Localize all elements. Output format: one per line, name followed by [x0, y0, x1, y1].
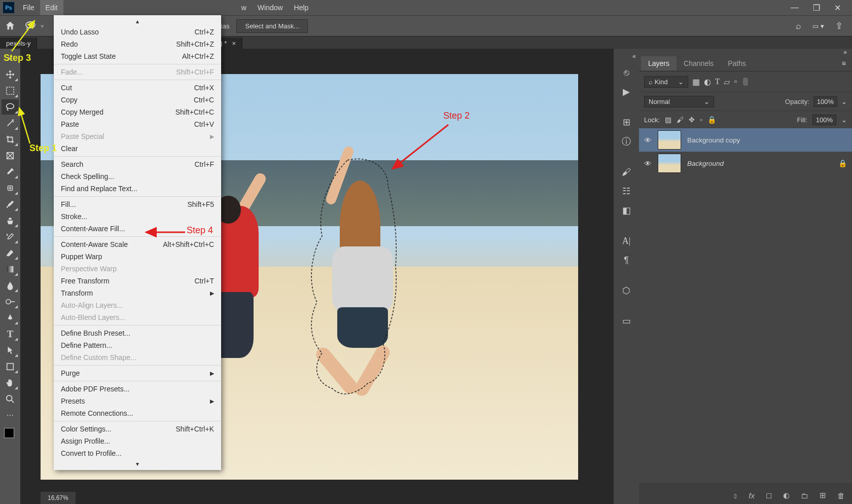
- menu-truncated[interactable]: w: [236, 0, 252, 15]
- shape-tool[interactable]: [2, 359, 19, 374]
- document-tab[interactable]: pexels-y: [0, 38, 37, 49]
- lock-trans-icon[interactable]: ▨: [665, 116, 671, 124]
- marquee-tool[interactable]: [2, 83, 19, 98]
- path-select-tool[interactable]: [2, 343, 19, 358]
- menu-item[interactable]: Remote Connections...: [54, 407, 221, 419]
- menu-item[interactable]: Assign Profile...: [54, 435, 221, 447]
- dock-styles-icon[interactable]: ◧: [619, 203, 634, 218]
- lock-all-icon[interactable]: 🔒: [707, 116, 716, 124]
- fill-input[interactable]: 100%: [812, 115, 836, 125]
- share-icon[interactable]: ⇪: [835, 20, 843, 31]
- menu-item[interactable]: Free TransformCtrl+T: [54, 275, 221, 287]
- menu-item[interactable]: Presets▶: [54, 395, 221, 407]
- visibility-icon[interactable]: 👁: [644, 136, 652, 145]
- tab-layers[interactable]: Layers: [641, 56, 677, 70]
- dock-adjust-icon[interactable]: ☷: [619, 184, 634, 199]
- menu-item[interactable]: Color Settings...Shift+Ctrl+K: [54, 423, 221, 435]
- fx-icon[interactable]: fx: [749, 491, 755, 500]
- menu-item[interactable]: Toggle Last StateAlt+Ctrl+Z: [54, 50, 221, 62]
- dock-3d-icon[interactable]: ⬡: [619, 283, 634, 298]
- tool-preset[interactable]: [20, 21, 41, 31]
- menu-item[interactable]: Define Pattern...: [54, 339, 221, 351]
- dock-swatch-icon[interactable]: ▭: [619, 313, 634, 329]
- menu-help[interactable]: Help: [289, 0, 314, 15]
- menu-file[interactable]: File: [17, 0, 40, 15]
- dock-libraries-icon[interactable]: ⊞: [619, 115, 634, 130]
- menu-item[interactable]: Content-Aware ScaleAlt+Shift+Ctrl+C: [54, 238, 221, 250]
- blend-mode-select[interactable]: Normal⌄: [644, 96, 714, 107]
- menu-edit[interactable]: Edit: [40, 0, 63, 15]
- menu-item[interactable]: Fill...Shift+F5: [54, 198, 221, 210]
- menu-item[interactable]: CopyCtrl+C: [54, 94, 221, 106]
- dock-brush-icon[interactable]: 🖌: [619, 164, 634, 179]
- move-tool[interactable]: [2, 67, 19, 82]
- dodge-tool[interactable]: [2, 294, 19, 309]
- menu-item[interactable]: PasteCtrl+V: [54, 118, 221, 130]
- collapse-toolbar[interactable]: »: [2, 51, 19, 66]
- gradient-tool[interactable]: [2, 262, 19, 277]
- menu-item[interactable]: CutCtrl+X: [54, 82, 221, 94]
- window-close[interactable]: ✕: [834, 3, 841, 13]
- menu-item[interactable]: Undo LassoCtrl+Z: [54, 26, 221, 38]
- menu-scroll[interactable]: ▴: [54, 17, 221, 26]
- filter-adjust-icon[interactable]: ◐: [704, 77, 711, 87]
- crop-tool[interactable]: [2, 132, 19, 147]
- magic-wand-tool[interactable]: [2, 116, 19, 131]
- filter-kind-select[interactable]: ⌕ Kind⌄: [644, 76, 688, 88]
- dock-play-icon[interactable]: ▶: [619, 84, 634, 99]
- menu-item[interactable]: Clear: [54, 142, 221, 155]
- lasso-tool[interactable]: [2, 99, 19, 115]
- edit-toolbar[interactable]: ⋯: [2, 408, 19, 423]
- panel-menu-icon[interactable]: ≡: [842, 59, 852, 67]
- menu-scroll[interactable]: ▾: [54, 459, 221, 469]
- menu-item[interactable]: Define Brush Preset...: [54, 327, 221, 339]
- window-maximize[interactable]: ❐: [813, 3, 820, 13]
- layer-thumbnail[interactable]: [658, 130, 681, 150]
- menu-item[interactable]: Stroke...: [54, 210, 221, 223]
- new-layer-icon[interactable]: ⊞: [820, 491, 826, 500]
- select-and-mask-button[interactable]: Select and Mask...: [236, 19, 308, 33]
- adjustment-icon[interactable]: ◐: [783, 491, 790, 500]
- window-minimize[interactable]: —: [791, 3, 799, 13]
- group-icon[interactable]: 🗀: [801, 491, 808, 500]
- layer-row[interactable]: 👁 Background 🔒: [639, 152, 852, 175]
- lock-nest-icon[interactable]: ▫: [700, 116, 702, 124]
- collapse-dock[interactable]: «: [632, 53, 636, 60]
- workspace-switcher[interactable]: ▭ ▾: [812, 22, 824, 30]
- menu-item[interactable]: Find and Replace Text...: [54, 183, 221, 195]
- type-tool[interactable]: T: [2, 327, 19, 342]
- dock-info-icon[interactable]: ⓘ: [619, 134, 634, 149]
- zoom-tool[interactable]: [2, 391, 19, 407]
- blur-tool[interactable]: [2, 278, 19, 293]
- panel-expand[interactable]: »: [639, 49, 852, 56]
- dock-learn-icon[interactable]: ⎋: [619, 65, 634, 80]
- eraser-tool[interactable]: [2, 245, 19, 261]
- lock-paint-icon[interactable]: 🖌: [677, 116, 684, 124]
- menu-item[interactable]: Adobe PDF Presets...: [54, 383, 221, 395]
- filter-toggle[interactable]: [743, 78, 748, 86]
- lock-move-icon[interactable]: ✥: [689, 116, 695, 124]
- menu-item[interactable]: Check Spelling...: [54, 170, 221, 183]
- home-button[interactable]: [0, 16, 20, 36]
- link-layers-icon[interactable]: ⩇: [733, 491, 737, 500]
- pen-tool[interactable]: [2, 310, 19, 326]
- layer-name[interactable]: Background: [687, 160, 724, 167]
- brush-tool[interactable]: [2, 197, 19, 212]
- layer-row[interactable]: 👁 Background copy: [639, 128, 852, 152]
- menu-item[interactable]: Copy MergedShift+Ctrl+C: [54, 106, 221, 118]
- menu-item[interactable]: RedoShift+Ctrl+Z: [54, 38, 221, 50]
- menu-item[interactable]: Transform▶: [54, 287, 221, 299]
- menu-item[interactable]: Convert to Profile...: [54, 447, 221, 459]
- zoom-level[interactable]: 16,67%: [48, 494, 68, 501]
- visibility-icon[interactable]: 👁: [644, 159, 652, 168]
- history-brush-tool[interactable]: [2, 229, 19, 244]
- opacity-input[interactable]: 100%: [813, 96, 837, 107]
- menu-item[interactable]: SearchCtrl+F: [54, 158, 221, 170]
- filter-type-icon[interactable]: T: [715, 77, 720, 86]
- dock-char-icon[interactable]: A|: [619, 233, 634, 248]
- tab-channels[interactable]: Channels: [677, 56, 721, 70]
- tab-paths[interactable]: Paths: [721, 56, 753, 70]
- eyedropper-tool[interactable]: [2, 164, 19, 179]
- mask-icon[interactable]: ◻: [766, 491, 772, 500]
- delete-layer-icon[interactable]: 🗑: [837, 491, 845, 500]
